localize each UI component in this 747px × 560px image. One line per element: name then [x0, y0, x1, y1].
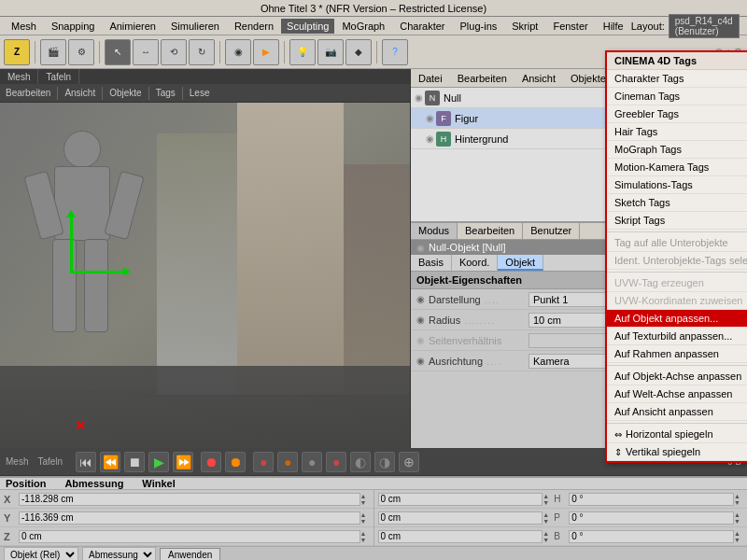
abm-p-up[interactable]: ▲ [734, 511, 743, 518]
tl-btn-stop[interactable]: ⏹ [124, 452, 145, 472]
layout-value[interactable]: psd_R14_c4d (Benutzer) [669, 14, 740, 38]
tl-btn-r2[interactable]: ● [277, 452, 298, 472]
menu-plugins[interactable]: Plug-ins [453, 19, 505, 34]
pos-y-spinner[interactable]: ▲ ▼ [360, 511, 370, 525]
transform-ref-dropdown[interactable]: Objekt (Rel) [4, 547, 78, 560]
abm-z-input[interactable] [378, 530, 543, 543]
tl-btn-r3[interactable]: ● [302, 452, 322, 472]
vp-icon-objekte[interactable]: Objekte [107, 88, 143, 98]
tags-item-charakter[interactable]: Charakter Tags [607, 70, 747, 88]
abm-y-spinner[interactable]: ▲ ▼ [543, 511, 552, 525]
menu-snapping[interactable]: Snapping [44, 19, 103, 34]
attr-sub-koord[interactable]: Koord. [452, 255, 498, 271]
menu-mograph[interactable]: MoGraph [334, 19, 392, 34]
pos-y-up[interactable]: ▲ [360, 511, 370, 518]
abm-z-down[interactable]: ▼ [543, 537, 552, 543]
attr-sub-objekt[interactable]: Objekt [498, 255, 543, 271]
vp-icon-bearbeiten[interactable]: Bearbeiten [4, 88, 52, 98]
abm-b-input[interactable] [569, 530, 734, 543]
omenu-bearbeiten[interactable]: Bearbeiten [450, 71, 514, 86]
menu-rendern[interactable]: Rendern [227, 19, 281, 34]
toolbar-btn-rotate[interactable]: ↻ [189, 39, 215, 65]
omenu-ansicht[interactable]: Ansicht [514, 71, 563, 86]
abm-b-spinner[interactable]: ▲ ▼ [734, 530, 743, 543]
tl-btn-rewind[interactable]: ⏮ [76, 452, 96, 472]
menu-charakter[interactable]: Charakter [392, 19, 452, 34]
tl-btn-r1[interactable]: ● [253, 452, 274, 472]
menu-animieren[interactable]: Animieren [102, 19, 163, 34]
tl-btn-prev[interactable]: ⏪ [100, 452, 120, 472]
tags-item-horizontal[interactable]: ⇔ Horizontal spiegeln [607, 426, 747, 443]
tags-item-objekt-achse[interactable]: Auf Objekt-Achse anpassen [607, 368, 747, 385]
tl-btn-next[interactable]: ⏩ [173, 452, 193, 472]
transform-type-dropdown[interactable]: Abmessung [82, 547, 156, 560]
toolbar-btn-move[interactable]: ↔ [133, 39, 159, 65]
omenu-datei[interactable]: Datei [411, 71, 450, 86]
tl-btn-r5[interactable]: ◐ [350, 452, 371, 472]
pos-z-input[interactable] [19, 530, 360, 543]
abm-x-input[interactable] [378, 493, 543, 506]
tags-item-auf-rahmen[interactable]: Auf Rahmen anpassen [607, 345, 747, 363]
toolbar-btn-settings[interactable]: ⚙ [68, 39, 94, 65]
pos-y-down[interactable]: ▼ [360, 518, 370, 525]
tags-item-mograph[interactable]: MoGraph Tags [607, 141, 747, 159]
menu-hilfe[interactable]: Hilfe [596, 19, 631, 34]
tags-item-sketch[interactable]: Sketch Tags [607, 194, 747, 212]
tl-btn-r6[interactable]: ◑ [374, 452, 395, 472]
pos-y-input[interactable] [19, 511, 360, 525]
toolbar-btn-light[interactable]: 💡 [289, 39, 316, 65]
menu-simulieren[interactable]: Simulieren [163, 19, 227, 34]
tags-item-motion[interactable]: Motion-Kamera Tags [607, 159, 747, 176]
abm-p-input[interactable] [569, 511, 734, 525]
attr-sub-basis[interactable]: Basis [411, 255, 452, 271]
tags-item-skript[interactable]: Skript Tags [607, 212, 747, 230]
tags-item-auf-texturbild[interactable]: Auf Texturbild anpassen... [607, 328, 747, 345]
tl-btn-record1[interactable]: ⏺ [201, 452, 221, 472]
bottom-mesh-tab[interactable]: Mesh [6, 456, 28, 467]
toolbar-btn-question[interactable]: ? [382, 39, 408, 65]
abm-b-up[interactable]: ▲ [734, 530, 743, 537]
toolbar-btn-select[interactable]: ↖ [105, 39, 131, 65]
abm-z-up[interactable]: ▲ [543, 530, 552, 537]
toolbar-btn-z[interactable]: Z [4, 39, 30, 65]
abm-b-down[interactable]: ▼ [734, 537, 743, 543]
abm-p-spinner[interactable]: ▲ ▼ [734, 511, 743, 525]
toolbar-btn-render-preview[interactable]: ◉ [225, 39, 251, 65]
abm-x-spinner[interactable]: ▲ ▼ [543, 493, 552, 506]
pos-x-spinner[interactable]: ▲ ▼ [360, 493, 370, 506]
tags-item-auf-objekt[interactable]: Auf Objekt anpassen... [607, 310, 747, 328]
tags-item-ansicht[interactable]: Auf Ansicht anpassen [607, 403, 747, 421]
abm-z-spinner[interactable]: ▲ ▼ [543, 530, 552, 543]
attr-darstellung-radio[interactable]: ◉ [416, 294, 425, 304]
menu-sculpting[interactable]: Sculpting [281, 19, 334, 34]
tl-btn-play[interactable]: ▶ [148, 452, 169, 472]
abm-h-down[interactable]: ▼ [734, 499, 743, 506]
abm-h-spinner[interactable]: ▲ ▼ [734, 493, 743, 506]
toolbar-btn-render[interactable]: ▶ [253, 39, 279, 65]
pos-x-input[interactable] [19, 493, 360, 506]
toolbar-btn-camera[interactable]: 📷 [317, 39, 344, 65]
tl-btn-r7[interactable]: ⊕ [399, 452, 419, 472]
menu-fenster[interactable]: Fenster [545, 19, 595, 34]
abm-y-up[interactable]: ▲ [543, 511, 552, 518]
pos-z-spinner[interactable]: ▲ ▼ [360, 530, 370, 543]
tags-item-greebler[interactable]: Greebler Tags [607, 105, 747, 123]
tags-item-vertikal[interactable]: ⇕ Vertikal spiegeln [607, 443, 747, 461]
abm-h-up[interactable]: ▲ [734, 493, 743, 499]
pos-z-down[interactable]: ▼ [360, 537, 370, 543]
bottom-tafeln-tab[interactable]: Tafeln [37, 456, 63, 467]
transform-apply-button[interactable]: Anwenden [160, 548, 220, 561]
tags-item-simulations[interactable]: Simulations-Tags [607, 176, 747, 194]
vp-icon-tags[interactable]: Tags [154, 88, 177, 98]
vp-tab-tafeln[interactable]: Tafeln [38, 69, 79, 84]
attr-radius-radio[interactable]: ◉ [416, 315, 425, 325]
vp-icon-ansicht[interactable]: Ansicht [63, 88, 97, 98]
attr-tab-bearbeiten[interactable]: Bearbeiten [458, 223, 523, 239]
vp-tab-mesh[interactable]: Mesh [0, 69, 38, 84]
tags-item-cineman[interactable]: Cineman Tags [607, 88, 747, 105]
abm-x-up[interactable]: ▲ [543, 493, 552, 499]
tl-btn-record2[interactable]: ⏺ [225, 452, 246, 472]
menu-mesh[interactable]: Mesh [4, 19, 44, 34]
pos-x-up[interactable]: ▲ [360, 493, 370, 499]
attr-tab-benutzer[interactable]: Benutzer [523, 223, 580, 239]
